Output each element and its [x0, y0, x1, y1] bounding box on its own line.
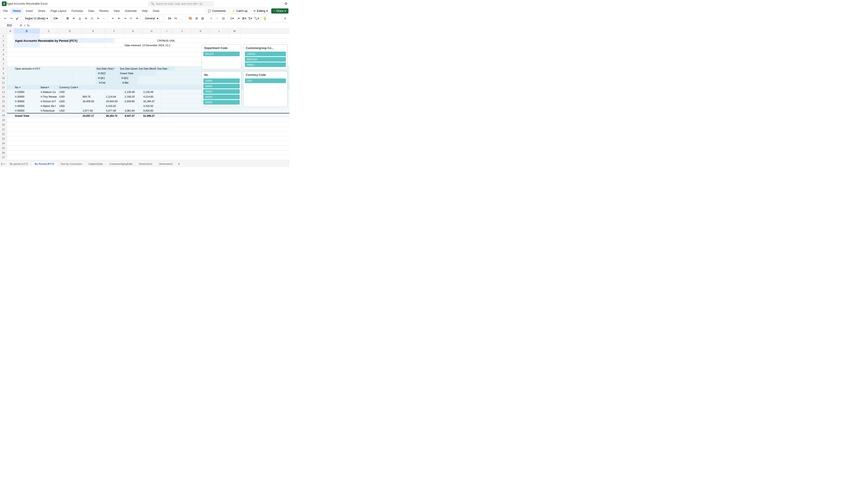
align-chevron[interactable]: ▾: [116, 15, 122, 21]
menu-review[interactable]: Review: [97, 8, 111, 13]
undo-button[interactable]: ↩: [2, 15, 8, 21]
search-bar[interactable]: 🔍 Search for tools, help, and more (Alt …: [148, 1, 214, 6]
cell-g10-qtr2[interactable]: ⊞ Qtr2: [119, 76, 138, 80]
formula-confirm-icon[interactable]: ✓: [23, 24, 26, 27]
cell-a2[interactable]: [7, 38, 14, 43]
cell-c17-name[interactable]: ⊟ Relecloud: [40, 108, 58, 113]
menu-home[interactable]: Home: [11, 8, 23, 13]
cell-i1[interactable]: [161, 34, 173, 38]
cell-g12[interactable]: [124, 85, 142, 90]
no-filter-icon[interactable]: ▾: [19, 86, 21, 88]
row-20[interactable]: 20: [0, 122, 7, 127]
cell-c15-name[interactable]: ⊟ School of F: [40, 99, 58, 104]
row-6[interactable]: 6: [0, 57, 7, 62]
cell-b1[interactable]: [14, 34, 40, 38]
cell-c13-name[interactable]: ⊟ Adatum Co: [40, 90, 58, 94]
formula-input[interactable]: [32, 24, 288, 27]
slicer-item-10000[interactable]: 10000: [203, 78, 240, 83]
cell-m1[interactable]: [229, 34, 240, 38]
cell-b2-title[interactable]: Aged Accounts Receivable by Period (FCY): [14, 38, 115, 43]
slicer-item-50000[interactable]: 50000: [203, 100, 240, 105]
expand-ribbon[interactable]: ∧: [282, 15, 288, 21]
cell-a1[interactable]: [7, 34, 14, 38]
formula-insert-icon[interactable]: fx: [27, 24, 30, 27]
bold-button[interactable]: B: [65, 15, 70, 21]
cell-a16[interactable]: [7, 104, 14, 108]
cell-g18-col3[interactable]: 9,447.37: [124, 114, 142, 118]
menu-pagelayout[interactable]: Page Layout: [48, 8, 69, 13]
row-21[interactable]: 21: [0, 127, 7, 132]
cell-g16[interactable]: [124, 104, 142, 108]
share-button[interactable]: ↑ Share ▾: [271, 8, 289, 13]
sort-filter-button[interactable]: ⇅▾: [247, 15, 253, 21]
cell-d8[interactable]: [72, 66, 96, 71]
font-size-selector[interactable]: 10 ▾: [52, 15, 62, 21]
cell-d14-currency[interactable]: USD: [58, 94, 82, 99]
tab-captiondata[interactable]: CaptionData: [85, 161, 106, 167]
cell-e18-col1[interactable]: 24,097.17: [82, 114, 105, 118]
cell-d17-currency[interactable]: USD: [58, 108, 82, 113]
slicer-item-large[interactable]: LARGE: [245, 52, 286, 56]
row-17[interactable]: 17: [0, 108, 7, 113]
row-27[interactable]: 27: [0, 155, 7, 160]
menu-insert[interactable]: Insert: [24, 8, 35, 13]
slicer-item-sales[interactable]: SALES: [203, 52, 240, 56]
row-26[interactable]: 26: [0, 150, 7, 155]
wrap-button[interactable]: ↵: [128, 15, 134, 21]
cell-e2[interactable]: [115, 38, 138, 43]
cell-a18[interactable]: [7, 114, 14, 118]
cell-e8-duedate-year[interactable]: Due Date (Year) ▾: [96, 66, 119, 71]
row-3[interactable]: 3: [0, 43, 7, 47]
row-19[interactable]: 19: [0, 118, 7, 122]
cell-e3[interactable]: [82, 43, 105, 47]
row-14[interactable]: 14: [0, 94, 7, 99]
cell-g1[interactable]: [124, 34, 142, 38]
indent-button[interactable]: ⇥: [122, 15, 128, 21]
cell-f15-val2[interactable]: 19,944.69: [105, 99, 124, 104]
col-header-g[interactable]: G: [124, 29, 142, 34]
cell-b12-no-header[interactable]: No. ▾: [14, 85, 40, 90]
cell-g8-duedate-month[interactable]: Due Date (Month) ▾: [138, 66, 156, 71]
font-color-button[interactable]: A: [89, 15, 95, 21]
cell-h15-total[interactable]: 42,394.47: [142, 99, 161, 104]
cell-g2-company[interactable]: CRONUS USA, Inc.: [156, 38, 175, 43]
cell-h14-total[interactable]: 4,214.60: [142, 94, 161, 99]
row-16[interactable]: 16: [0, 104, 7, 108]
cell-l1[interactable]: [210, 34, 229, 38]
nav-prev-icon[interactable]: ‹: [3, 162, 4, 166]
cell-d16-currency[interactable]: USD: [58, 104, 82, 108]
cell-d9[interactable]: [72, 71, 96, 76]
cell-b8-pivot-label[interactable]: Open amounts in FCY: [14, 66, 72, 71]
cell-f16-val2[interactable]: 4,316.92: [105, 104, 124, 108]
cell-styles-button[interactable]: ▤: [200, 15, 205, 21]
row-7[interactable]: 7: [0, 62, 7, 66]
nav-next-icon[interactable]: ›: [4, 162, 6, 166]
cell-h2[interactable]: [175, 38, 194, 43]
cell-a10[interactable]: [7, 76, 14, 80]
menu-automate[interactable]: Automate: [122, 8, 139, 13]
menu-file[interactable]: File: [1, 8, 10, 13]
col-header-b[interactable]: B: [14, 29, 40, 34]
fill-button[interactable]: ↓▾: [235, 15, 241, 21]
cell-c3[interactable]: [40, 43, 58, 47]
cell-e10-qtr1[interactable]: ⊞ Qtr1: [96, 76, 119, 80]
col-header-d[interactable]: D: [58, 29, 82, 34]
redo-button[interactable]: ↪: [8, 15, 14, 21]
cell-a14[interactable]: [7, 94, 14, 99]
nav-first-icon[interactable]: ⟪: [1, 162, 2, 166]
paint-format-button[interactable]: 🖌: [14, 15, 20, 21]
editing-button[interactable]: ✏ Editing ▾: [251, 8, 270, 13]
tab-dimension2[interactable]: Dimension2: [156, 161, 175, 167]
highlight-color-button[interactable]: A: [77, 15, 83, 21]
cell-b3[interactable]: [14, 43, 40, 47]
more-formats-button[interactable]: ···: [101, 15, 107, 21]
cell-e15-val1[interactable]: 20,409.93: [82, 99, 105, 104]
cell-h16-total[interactable]: 4,316.92: [142, 104, 161, 108]
cell-k1[interactable]: [192, 34, 210, 38]
cell-f3[interactable]: [105, 43, 124, 47]
highlight-chevron[interactable]: ▾: [83, 15, 89, 21]
cell-g17-val3[interactable]: 3,081.84: [124, 108, 142, 113]
clear-button[interactable]: 🗑▾: [241, 15, 247, 21]
cell-f13[interactable]: [105, 90, 124, 94]
row-12[interactable]: 12: [0, 85, 7, 90]
